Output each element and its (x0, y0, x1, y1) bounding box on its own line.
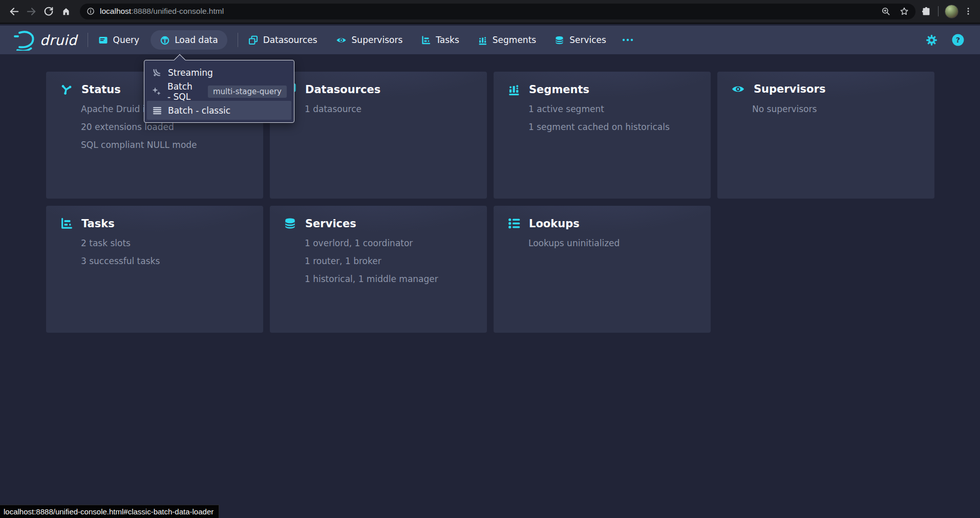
nav-supervisors-label: Supervisors (352, 35, 403, 45)
card-line: No supervisors (752, 100, 924, 118)
card-datasources[interactable]: Datasources 1 datasource (270, 72, 487, 199)
msq-tag: multi-stage-query (208, 85, 287, 98)
streaming-icon (152, 68, 162, 78)
card-title: Supervisors (754, 83, 825, 95)
card-title: Segments (529, 83, 589, 96)
segments-icon (507, 83, 520, 96)
card-line: 1 historical, 1 middle manager (305, 270, 477, 288)
svg-text:?: ? (956, 36, 960, 44)
card-line: Lookups uninitialized (528, 234, 700, 252)
nav-segments-label: Segments (493, 35, 536, 45)
card-services[interactable]: Services 1 overlord, 1 coordinator 1 rou… (270, 206, 487, 333)
druid-logo-icon (12, 29, 36, 51)
help-icon[interactable]: ? (951, 33, 965, 47)
status-icon (60, 83, 73, 96)
card-line: 3 successful tasks (81, 252, 253, 270)
load-data-icon (160, 35, 170, 45)
nav-services[interactable]: Services (555, 35, 606, 45)
tasks-icon (421, 35, 431, 45)
card-segments[interactable]: Segments 1 active segment 1 segment cach… (494, 72, 711, 199)
supervisors-eye-icon (731, 83, 745, 95)
reload-icon[interactable] (40, 3, 57, 20)
nav-services-label: Services (569, 35, 606, 45)
browser-toolbar: localhost:8888/unified-console.html (0, 0, 980, 24)
services-icon (284, 217, 296, 230)
home-icon[interactable] (57, 3, 75, 20)
menu-label: Batch - classic (168, 105, 230, 116)
url-text: localhost:8888/unified-console.html (100, 7, 224, 16)
nav-datasources-label: Datasources (263, 35, 317, 45)
extensions-icon[interactable] (921, 6, 932, 17)
druid-logo[interactable]: druid (12, 29, 77, 51)
nav-more-icon[interactable] (622, 38, 634, 42)
load-data-menu: Streaming Batch - SQL multi-stage-query … (144, 60, 294, 123)
forward-icon[interactable] (23, 3, 40, 20)
card-line: 1 segment cached on historicals (528, 118, 700, 136)
card-lookups[interactable]: Lookups Lookups uninitialized (494, 206, 711, 333)
menu-item-batch-sql[interactable]: Batch - SQL multi-stage-query (147, 82, 291, 101)
lookups-icon (507, 217, 520, 230)
card-title: Status (81, 83, 121, 96)
site-info-icon[interactable] (86, 7, 95, 16)
tasks-icon (60, 217, 73, 230)
brand-name: druid (40, 32, 77, 48)
back-icon[interactable] (5, 3, 23, 20)
query-icon (98, 35, 108, 45)
toolbar-divider (938, 6, 939, 16)
card-line: 1 overlord, 1 coordinator (305, 234, 477, 252)
menu-item-batch-classic[interactable]: Batch - classic (147, 101, 291, 120)
nav-query-label: Query (113, 35, 140, 45)
zoom-icon[interactable] (881, 6, 891, 16)
card-tasks[interactable]: Tasks 2 task slots 3 successful tasks (46, 206, 263, 333)
stacked-lines-icon (152, 105, 162, 116)
card-line: 2 task slots (81, 234, 253, 252)
nav-load-data[interactable]: Load data (151, 30, 227, 50)
nav-divider (238, 33, 238, 47)
sparkles-icon (152, 87, 162, 97)
link-status-tooltip: localhost:8888/unified-console.html#clas… (0, 505, 219, 518)
card-line: 1 datasource (305, 100, 477, 118)
nav-load-data-label: Load data (175, 35, 218, 45)
menu-label: Streaming (168, 68, 213, 78)
nav-segments[interactable]: Segments (478, 35, 536, 45)
bookmark-star-icon[interactable] (899, 6, 909, 16)
nav-supervisors[interactable]: Supervisors (336, 35, 403, 45)
nav-datasources[interactable]: Datasources (248, 35, 317, 45)
card-line: 1 active segment (528, 100, 700, 118)
datasources-icon (248, 35, 258, 45)
card-title: Tasks (81, 218, 115, 230)
nav-divider (88, 33, 88, 47)
services-icon (555, 35, 564, 45)
settings-gear-icon[interactable] (925, 34, 938, 47)
address-bar[interactable]: localhost:8888/unified-console.html (80, 4, 915, 19)
profile-avatar[interactable] (945, 5, 958, 18)
card-supervisors[interactable]: Supervisors No supervisors (717, 72, 934, 199)
nav-tasks-label: Tasks (436, 35, 459, 45)
nav-query[interactable]: Query (98, 35, 140, 45)
menu-label: Batch - SQL (167, 81, 198, 102)
druid-navbar: druid Query Load data Datasources Superv… (0, 26, 980, 54)
browser-menu-icon[interactable] (962, 3, 975, 20)
nav-tasks[interactable]: Tasks (421, 35, 459, 45)
card-title: Services (305, 218, 356, 230)
menu-item-streaming[interactable]: Streaming (147, 63, 291, 82)
card-line: SQL compliant NULL mode (81, 136, 253, 154)
segments-icon (478, 35, 487, 45)
card-title: Datasources (305, 83, 380, 96)
supervisors-eye-icon (336, 36, 347, 45)
card-title: Lookups (529, 218, 580, 230)
card-line: 1 router, 1 broker (305, 252, 477, 270)
